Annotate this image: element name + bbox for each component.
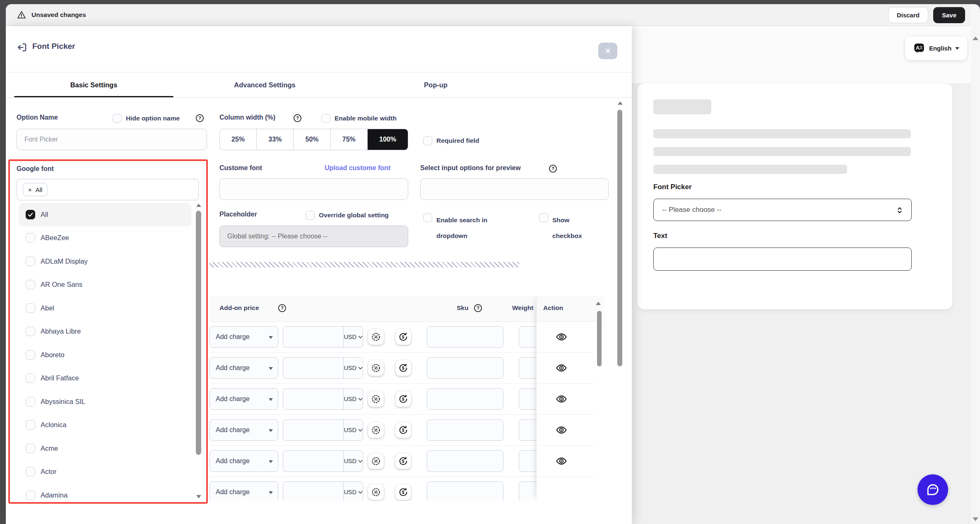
add-charge-select[interactable]: Add charge [209, 357, 278, 379]
required-field-checkbox[interactable] [423, 136, 432, 145]
font-checkbox[interactable] [26, 280, 35, 289]
google-font-multiselect[interactable]: × All [17, 179, 199, 200]
sku-input[interactable] [427, 419, 503, 441]
multi-currency-button[interactable]: $ [395, 329, 411, 345]
preview-font-select[interactable]: -- Please choose -- [653, 199, 912, 221]
discard-button[interactable]: Discard [888, 7, 928, 23]
page-scrollbar[interactable] [971, 4, 980, 524]
font-list-item[interactable]: Aclonica [17, 413, 199, 437]
enable-search-checkbox[interactable] [423, 213, 432, 222]
multi-currency-button[interactable]: $ [395, 391, 411, 407]
font-list-item[interactable]: AR One Sans [17, 273, 199, 297]
currency-select[interactable]: USD [344, 358, 363, 378]
option-name-input[interactable]: Font Picker [17, 129, 207, 150]
back-icon[interactable] [17, 42, 28, 53]
font-list-item[interactable]: ABeeZee [17, 226, 199, 250]
font-list-item[interactable]: Abyssinica SIL [17, 390, 199, 413]
discount-badge-button[interactable] [368, 360, 384, 376]
modal-scroll-up-icon[interactable] [618, 101, 623, 105]
sku-input[interactable] [427, 357, 503, 379]
sku-input[interactable] [427, 388, 503, 410]
override-global-setting-checkbox[interactable] [306, 211, 315, 220]
price-input[interactable] [283, 482, 344, 501]
font-list-item[interactable]: Acme [17, 437, 199, 460]
eye-icon[interactable] [556, 331, 567, 343]
eye-icon[interactable] [556, 455, 567, 467]
list-scrollbar-thumb[interactable] [196, 211, 201, 455]
tab-advanced-settings[interactable]: Advanced Settings [179, 72, 350, 98]
table-scrollbar-thumb[interactable] [597, 311, 602, 366]
font-checkbox[interactable] [26, 233, 35, 243]
preview-options-input[interactable] [420, 178, 609, 200]
modal-scrollbar-thumb[interactable] [617, 110, 622, 366]
tab-pop-up[interactable]: Pop-up [350, 72, 521, 98]
width-option-button[interactable]: 25% [220, 129, 257, 150]
font-checkbox[interactable] [26, 467, 35, 476]
multi-currency-button[interactable]: $ [395, 453, 411, 469]
eye-icon[interactable] [556, 393, 567, 405]
multi-currency-button[interactable]: $ [395, 360, 411, 376]
width-option-button[interactable]: 50% [294, 129, 330, 150]
sku-input[interactable] [427, 450, 503, 472]
currency-select[interactable]: USD [344, 327, 363, 347]
custom-font-input[interactable] [219, 178, 408, 200]
font-checkbox[interactable] [26, 257, 35, 266]
font-list-item[interactable]: Aboreto [17, 343, 199, 367]
list-scroll-down-icon[interactable] [196, 495, 201, 498]
list-scroll-up-icon[interactable] [196, 204, 201, 207]
eye-icon[interactable] [556, 362, 567, 374]
remove-chip-icon[interactable]: × [28, 186, 32, 193]
eye-icon[interactable] [556, 424, 567, 436]
help-icon[interactable]: ? [195, 114, 204, 123]
add-charge-select[interactable]: Add charge [209, 481, 278, 501]
currency-select[interactable]: USD [344, 451, 363, 471]
sku-input[interactable] [427, 326, 503, 348]
font-list-item[interactable]: Actor [17, 460, 199, 484]
currency-select[interactable]: USD [344, 420, 363, 440]
font-checkbox[interactable] [26, 397, 35, 406]
currency-select[interactable]: USD [344, 482, 363, 501]
width-option-button[interactable]: 33% [257, 129, 294, 150]
tab-basic-settings[interactable]: Basic Settings [8, 72, 179, 98]
price-input[interactable] [283, 389, 344, 409]
price-input[interactable] [283, 327, 344, 347]
language-selector[interactable]: A 文 English [905, 36, 967, 60]
font-checkbox[interactable] [26, 420, 35, 430]
scroll-up-icon[interactable] [973, 36, 978, 40]
font-checkbox[interactable] [26, 350, 35, 360]
sku-input[interactable] [427, 481, 503, 501]
font-list-item[interactable]: Adamina [17, 483, 199, 502]
help-icon[interactable]: ? [474, 304, 482, 312]
multi-currency-button[interactable]: $ [395, 484, 411, 500]
enable-mobile-width-checkbox[interactable] [321, 114, 330, 123]
currency-select[interactable]: USD [344, 389, 363, 409]
help-icon[interactable]: ? [293, 114, 302, 123]
add-charge-select[interactable]: Add charge [209, 450, 278, 472]
discount-badge-button[interactable] [368, 422, 384, 438]
width-option-button[interactable]: 100% [368, 129, 408, 150]
preview-text-input[interactable] [653, 248, 912, 271]
help-icon[interactable]: ? [549, 164, 557, 173]
font-list-item[interactable]: Abhaya Libre [17, 320, 199, 344]
add-charge-select[interactable]: Add charge [209, 326, 278, 348]
multi-currency-button[interactable]: $ [395, 422, 411, 438]
price-input[interactable] [283, 420, 344, 440]
price-input[interactable] [283, 451, 344, 471]
font-checkbox[interactable] [26, 444, 35, 453]
discount-badge-button[interactable] [368, 484, 384, 500]
font-list-item[interactable]: Abril Fatface [17, 367, 199, 390]
font-list-item[interactable]: Abel [17, 296, 199, 320]
discount-badge-button[interactable] [368, 453, 384, 469]
add-charge-select[interactable]: Add charge [209, 388, 278, 410]
width-option-button[interactable]: 75% [331, 129, 368, 150]
hide-option-name-checkbox[interactable] [113, 114, 122, 123]
table-scroll-up-icon[interactable] [596, 302, 601, 305]
scroll-down-icon[interactable] [973, 517, 978, 521]
upload-custom-font-link[interactable]: Upload custome font [325, 164, 390, 172]
close-button[interactable]: ✕ [598, 43, 617, 59]
font-list-item[interactable]: All [19, 203, 191, 226]
font-checkbox[interactable] [26, 303, 35, 313]
price-input[interactable] [283, 358, 344, 378]
font-checkbox[interactable] [26, 373, 35, 383]
chat-support-button[interactable] [917, 474, 948, 505]
